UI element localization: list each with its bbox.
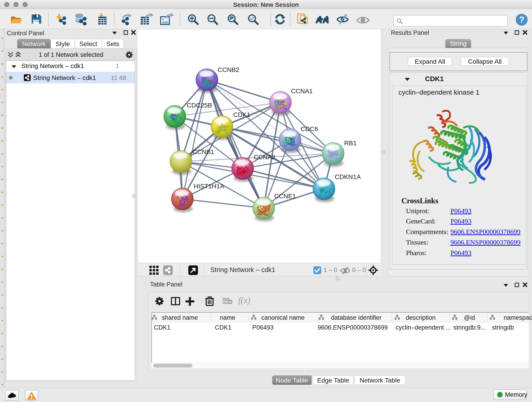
- svg-text:CDC25B: CDC25B: [187, 102, 212, 109]
- svg-text:RB1: RB1: [344, 140, 356, 147]
- svg-text:CDK1: CDK1: [233, 111, 250, 118]
- svg-text:CCNA1: CCNA1: [291, 88, 313, 95]
- svg-text:CCNB1: CCNB1: [192, 148, 214, 155]
- svg-text:CCNE1: CCNE1: [274, 192, 296, 200]
- svg-text:CDKN1A: CDKN1A: [335, 173, 361, 180]
- svg-text:CCNB2: CCNB2: [218, 66, 239, 73]
- svg-text:CCNA2: CCNA2: [254, 153, 275, 161]
- svg-text:HIST1H1A: HIST1H1A: [194, 183, 224, 190]
- svg-text:CDC6: CDC6: [301, 125, 318, 133]
- svg-text:?: ?: [519, 15, 524, 25]
